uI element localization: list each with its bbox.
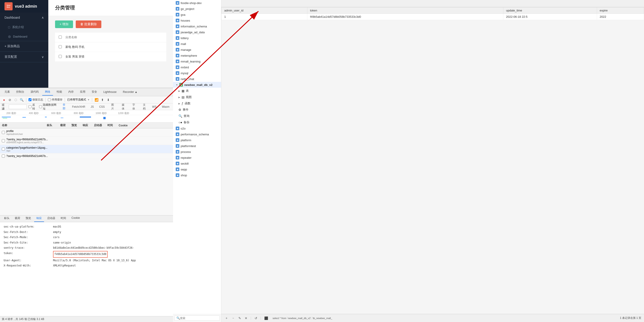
sidebar-item-dashboard[interactable]: ◎ Dashboard xyxy=(0,32,48,41)
sidebar-home-config-header[interactable]: 首页配置 ∨ xyxy=(0,52,48,62)
tab-console[interactable]: 控制台 xyxy=(14,89,27,96)
tab-elements[interactable]: 元素 xyxy=(2,89,12,96)
tab-security[interactable]: 安全 xyxy=(89,89,100,96)
db-item-javaedge[interactable]: ▣ javaedge_ad_data xyxy=(173,29,221,35)
db-tree-events[interactable]: ⚙ 事件 xyxy=(173,107,221,113)
db-tree-views[interactable]: ▶ ▤ 视图 xyxy=(173,94,221,100)
db-item-mrbird[interactable]: ▣ mrbird xyxy=(173,64,221,70)
db-item-process[interactable]: ▣ process xyxy=(173,149,221,155)
record-icon[interactable]: ● xyxy=(2,98,6,102)
db-item-info-schema[interactable]: ▣ information_schema xyxy=(173,23,221,29)
tab-performance[interactable]: 性能 xyxy=(54,89,65,96)
db-item-perf-schema[interactable]: ▣ performance_schema xyxy=(173,131,221,137)
refresh-icon[interactable]: ↺ xyxy=(254,316,258,320)
db-tree-functions[interactable]: ▶ ƒ 函数 xyxy=(173,100,221,107)
db-item-houses[interactable]: ▣ houses xyxy=(173,18,221,23)
db-search-input[interactable] xyxy=(180,316,218,320)
download-icon[interactable]: ⬇ xyxy=(106,98,110,102)
network-item-checkbox[interactable] xyxy=(2,139,5,142)
filter-font-btn[interactable]: 字体 xyxy=(130,103,138,111)
throttle-select[interactable]: 已停用节流模式 xyxy=(67,98,86,102)
db-item-o2o[interactable]: ▣ o2o xyxy=(173,125,221,131)
search-icon[interactable]: 🔍 xyxy=(19,98,24,102)
db-item-foodie[interactable]: ▣ foodie-shop-dev xyxy=(173,0,221,6)
export-icon[interactable]: ⬛ xyxy=(263,316,269,320)
network-item-checkbox[interactable] xyxy=(2,148,5,151)
upload-icon[interactable]: ⬆ xyxy=(100,98,105,102)
filter-media-btn[interactable]: 媒体 xyxy=(119,103,128,111)
add-button[interactable]: + 增加 xyxy=(55,21,73,28)
db-item-shop[interactable]: ▣ shop xyxy=(173,172,221,178)
db-item-newbee[interactable]: ▼ ▣ newbee_mall_db_v2 xyxy=(173,82,221,88)
tab-sources[interactable]: 源代码 xyxy=(28,89,41,96)
clear-icon[interactable]: ⊘ xyxy=(8,98,12,102)
network-item-checkbox[interactable] xyxy=(2,154,5,158)
disable-cache-checkbox[interactable] xyxy=(48,98,51,101)
disable-cache-label[interactable]: 停用缓存 xyxy=(48,98,62,102)
delete-row-icon[interactable]: ✕ xyxy=(244,316,248,320)
detail-tab-payload[interactable]: 载荷 xyxy=(12,215,22,222)
detail-tab-time[interactable]: 时间 xyxy=(58,215,68,222)
db-item-repeater[interactable]: ▣ repeater xyxy=(173,155,221,161)
preserve-log-checkbox[interactable] xyxy=(28,98,32,101)
sidebar-add-product-header[interactable]: + 添加商品 xyxy=(0,41,48,52)
db-item-seckill[interactable]: ▣ seckill xyxy=(173,161,221,166)
filter-ws-btn[interactable]: WS xyxy=(150,105,158,109)
db-tree-backup[interactable]: ○● 备份 xyxy=(173,119,221,125)
tab-application[interactable]: 应用 xyxy=(77,89,88,96)
db-item-netty[interactable]: ▣ netty_chat xyxy=(173,76,221,82)
tab-recorder[interactable]: Recorder ▲ xyxy=(120,89,140,95)
remove-row-icon[interactable]: － xyxy=(231,316,236,321)
db-item-metersphere[interactable]: ▣ metersphere xyxy=(173,53,221,59)
row-checkbox-2[interactable] xyxy=(59,55,62,58)
filter-all-btn[interactable]: 全部 xyxy=(60,102,68,111)
filter-wasm-btn[interactable]: Wasm xyxy=(160,105,171,109)
tab-lighthouse[interactable]: Lighthouse xyxy=(101,89,119,95)
filter-img-btn[interactable]: 图片 xyxy=(108,103,117,111)
tab-network[interactable]: 网络 xyxy=(42,89,53,96)
row-checkbox-1[interactable] xyxy=(59,45,62,48)
filter-css-btn[interactable]: CSS xyxy=(97,105,106,109)
delete-button[interactable]: 🗑 批量删除 xyxy=(76,21,101,28)
add-row-icon[interactable]: ＋ xyxy=(224,316,229,321)
filter-input[interactable] xyxy=(9,105,27,109)
filter-fetch-xhr-btn[interactable]: Fetch/XHR xyxy=(70,105,87,109)
db-item-go_project[interactable]: ▣ go_project xyxy=(173,6,221,12)
filter-js-btn[interactable]: JS xyxy=(89,105,96,109)
detail-tab-cookie[interactable]: Cookie xyxy=(69,215,82,222)
sidebar-section-dashboard-header[interactable]: Dashboard ∧ xyxy=(0,13,48,23)
filter-icon[interactable]: ⬡ xyxy=(14,98,18,102)
invert-checkbox[interactable] xyxy=(28,105,32,108)
network-item-checkbox[interactable] xyxy=(2,131,5,134)
db-item-manage[interactable]: ▣ manage xyxy=(173,47,221,53)
sidebar-item-system-intro[interactable]: □ 系统介绍 xyxy=(0,23,48,32)
edit-row-icon[interactable]: ✎ xyxy=(238,316,242,320)
detail-tab-initiator[interactable]: 启动器 xyxy=(45,215,58,222)
detail-tab-response[interactable]: 响应 xyxy=(34,215,44,222)
network-item-sentry1[interactable]: ?sentry_key=f866b695d21d467b... o584908.… xyxy=(0,137,173,145)
select-all-checkbox[interactable] xyxy=(59,36,62,39)
db-tree-tables[interactable]: ▶ ▦ 表 xyxy=(173,88,221,94)
network-item-profile[interactable]: profile /api/adminUser xyxy=(0,128,173,137)
invert-label[interactable]: 反转 xyxy=(28,103,37,111)
detail-tab-headers[interactable]: 标头 xyxy=(2,215,12,222)
db-item-mall[interactable]: ▣ mall xyxy=(173,41,221,47)
detail-tab-preview[interactable]: 预览 xyxy=(23,215,33,222)
db-item-mysql[interactable]: ▣ mysql xyxy=(173,70,221,76)
db-item-gva[interactable]: ▣ gva xyxy=(173,12,221,18)
filter-doc-btn[interactable]: 文档 xyxy=(140,103,148,111)
table-row[interactable]: 1 f49b5ab41a14d57d8b058b733533c3d0 2022-… xyxy=(222,14,644,20)
hide-data-url-checkbox[interactable] xyxy=(39,105,42,108)
network-item-sentry2[interactable]: ?sentry_key=f866b695d21d467b... xyxy=(0,153,173,159)
db-item-platform[interactable]: ▣ platform xyxy=(173,137,221,143)
wifi-icon[interactable]: 📶 xyxy=(94,98,99,102)
preserve-log-label[interactable]: 保留日志 xyxy=(28,98,43,102)
db-item-platformtest[interactable]: ▣ platformtest xyxy=(173,143,221,149)
tab-memory[interactable]: 内存 xyxy=(66,89,76,96)
table-row[interactable]: 女装 男装 穿搭 xyxy=(55,52,166,62)
hide-data-url-label[interactable]: 隐藏数据网址 xyxy=(39,103,58,111)
db-item-sepp[interactable]: ▣ sepp xyxy=(173,166,221,172)
table-row[interactable]: 家电 数码 手机 xyxy=(55,42,166,52)
sidebar-logo[interactable]: NewBee vue3 admin xyxy=(0,0,48,13)
db-tree-queries[interactable]: 🔍 查询 xyxy=(173,113,221,119)
